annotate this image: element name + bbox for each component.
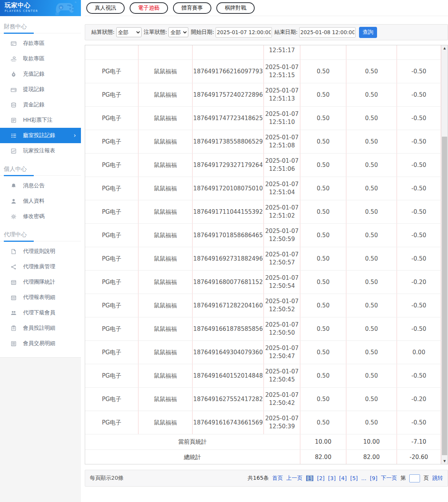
cell-bet-time: 2025-01-0712:50:52: [264, 294, 300, 317]
cell-order-id: 1876491729327179264: [193, 154, 264, 177]
bet-records-table: 12:51:17PG电子鼠鼠福福18764917662160977932025-…: [85, 45, 448, 464]
sidebar-item-0-5[interactable]: HH彩票下注›: [0, 112, 81, 128]
cell-empty: [397, 45, 441, 59]
sidebar-item-2-4[interactable]: 代理下級會員›: [0, 305, 81, 320]
report-chart-icon: [10, 148, 17, 154]
cell-order-id: 1876491661878585856: [193, 317, 264, 340]
sidebar-item-0-3[interactable]: 提現記錄›: [0, 82, 81, 97]
jump-suffix: 页: [423, 475, 429, 482]
cell-valid-bet: 0.50: [346, 388, 397, 411]
sidebar-item-0-6[interactable]: 廳室投註記錄›: [0, 128, 81, 143]
cell-game-type: PG电子: [85, 154, 138, 177]
cell-game-name: 鼠鼠福福: [138, 247, 193, 270]
jump-page-input[interactable]: [409, 474, 420, 482]
first-page-link[interactable]: 首页: [272, 475, 283, 482]
cell-valid-bet: 0.50: [346, 130, 397, 153]
funds-coins-icon: [10, 102, 17, 108]
sidebar-item-2-0[interactable]: 代理規則說明›: [0, 244, 81, 259]
page-link-4[interactable]: [4]: [339, 475, 347, 481]
cell-bet-time: 2025-01-0712:50:47: [264, 341, 300, 364]
start-date-input[interactable]: [216, 27, 272, 38]
jump-action-link[interactable]: 跳转: [432, 475, 443, 482]
sidebar-item-0-4[interactable]: 資金記錄›: [0, 97, 81, 112]
filter-bar: 結算狀態: 全部 注單狀態: 全部 開始日期: 結束日期: 查詢: [85, 24, 448, 40]
sidebar-item-label: 代理下級會員: [23, 309, 55, 316]
total-count-text: 共165条: [248, 475, 269, 482]
cell-bet-amount: 0.50: [300, 224, 346, 247]
tab-3[interactable]: 棋牌對戰: [216, 2, 255, 14]
cell-valid-bet: 0.50: [346, 271, 397, 294]
total-summary-row: 總統計82.0082.00-20.60: [85, 450, 441, 464]
cell-profit: -0.50: [397, 364, 441, 387]
sidebar-item-2-5[interactable]: 會員投註明細›: [0, 320, 81, 336]
sidebar-item-1-1[interactable]: 個人資料›: [0, 193, 81, 209]
cell-bet-amount: 0.50: [300, 341, 346, 364]
sidebar-item-0-0[interactable]: 存款專區›: [0, 36, 81, 51]
tab-0[interactable]: 真人視訊: [86, 2, 125, 14]
section-underline: [0, 175, 81, 176]
sidebar-item-1-0[interactable]: 消息公告›: [0, 178, 81, 193]
cell-order-id: 1876491738558806529: [193, 130, 264, 153]
cell-game-type: PG电子: [85, 107, 138, 130]
cell-bet-amount: 0.50: [300, 317, 346, 340]
cell-profit: -0.50: [397, 224, 441, 247]
deposit-card-icon: [10, 40, 17, 47]
trans-list-icon: [10, 340, 17, 347]
page-link-1[interactable]: [1]: [306, 475, 314, 481]
cell-game-type: PG电子: [85, 364, 138, 387]
tab-1[interactable]: 電子遊藝: [130, 2, 168, 14]
cell-game-name: 鼠鼠福福: [138, 200, 193, 223]
cell-valid-bet: 0.50: [346, 247, 397, 270]
sidebar-item-0-2[interactable]: 充值記錄›: [0, 66, 81, 82]
sidebar-section-2: 代理中心代理規則說明›代理推廣管理›代理團隊統計›代理報表明細›代理下級會員›會…: [0, 230, 81, 351]
cell-order-id: 1876491711044155392: [193, 200, 264, 223]
cell-order-id: 1876491640152014848: [193, 364, 264, 387]
page: 玩家中心 PLAYERS CENTER: [0, 0, 448, 502]
cell-game-type: PG电子: [85, 60, 138, 83]
tab-2[interactable]: 體育賽事: [173, 2, 211, 14]
cell-bet-amount: 0.50: [300, 177, 346, 200]
sidebar-item-2-1[interactable]: 代理推廣管理›: [0, 259, 81, 274]
settle-status-select[interactable]: 全部: [116, 27, 142, 37]
sidebar-item-0-7[interactable]: 玩家投注報表›: [0, 143, 81, 159]
sidebar-item-label: 會員投註明細: [23, 325, 55, 332]
sidebar-item-2-3[interactable]: 代理報表明細›: [0, 290, 81, 305]
table-row-2: PG电子鼠鼠福福18764917477234186252025-01-0712:…: [85, 107, 441, 130]
cell-profit: -0.50: [397, 60, 441, 83]
next-page-link[interactable]: 下一页: [381, 475, 397, 482]
sidebar-item-1-2[interactable]: 修改密碼›: [0, 209, 81, 224]
cell-empty: [193, 45, 264, 59]
table-scrollbar[interactable]: ▲ ▼: [441, 45, 448, 464]
end-date-input[interactable]: [299, 27, 356, 38]
cell-game-type: PG电子: [85, 294, 138, 317]
scrollbar-thumb[interactable]: [442, 137, 447, 455]
order-status-select[interactable]: 全部: [168, 27, 188, 37]
page-link-2[interactable]: [2]: [317, 475, 324, 481]
withdrawal-wallet-icon: [10, 86, 17, 93]
summary-valid-bet: 82.00: [346, 450, 397, 464]
cell-bet-amount: 0.50: [300, 411, 346, 434]
sidebar-item-0-1[interactable]: 取款專區›: [0, 51, 81, 66]
jump-prefix: 第: [400, 475, 406, 482]
cell-game-name: 鼠鼠福福: [138, 83, 193, 106]
table-row-9: PG电子鼠鼠福福18764916800776811522025-01-0712:…: [85, 271, 441, 294]
person-icon: [10, 198, 17, 205]
cell-game-name: 鼠鼠福福: [138, 177, 193, 200]
page-link-9[interactable]: [9]: [370, 475, 377, 481]
page-link-3[interactable]: [3]: [328, 475, 336, 481]
sidebar-item-2-2[interactable]: 代理團隊統計›: [0, 274, 81, 290]
page-links: [1][2][3][4][5]...[9]: [306, 475, 377, 481]
scrollbar-down-arrow[interactable]: ▼: [441, 458, 448, 464]
gamepad-icon: [53, 1, 79, 16]
cell-game-type: PG电子: [85, 317, 138, 340]
cell-bet-time: 2025-01-0712:50:39: [264, 411, 300, 434]
prev-page-link[interactable]: 上一页: [287, 475, 303, 482]
scrollbar-up-arrow[interactable]: ▲: [441, 45, 448, 51]
page-link-5[interactable]: [5]: [350, 475, 358, 481]
summary-bet: 10.00: [300, 434, 346, 449]
search-button[interactable]: 查詢: [359, 27, 377, 38]
end-date-label: 結束日期:: [274, 29, 298, 36]
sidebar-item-label: 充值記錄: [23, 71, 44, 78]
cell-bet-time: 2025-01-0712:50:57: [264, 247, 300, 270]
sidebar-item-2-6[interactable]: 會員交易明細›: [0, 336, 81, 351]
